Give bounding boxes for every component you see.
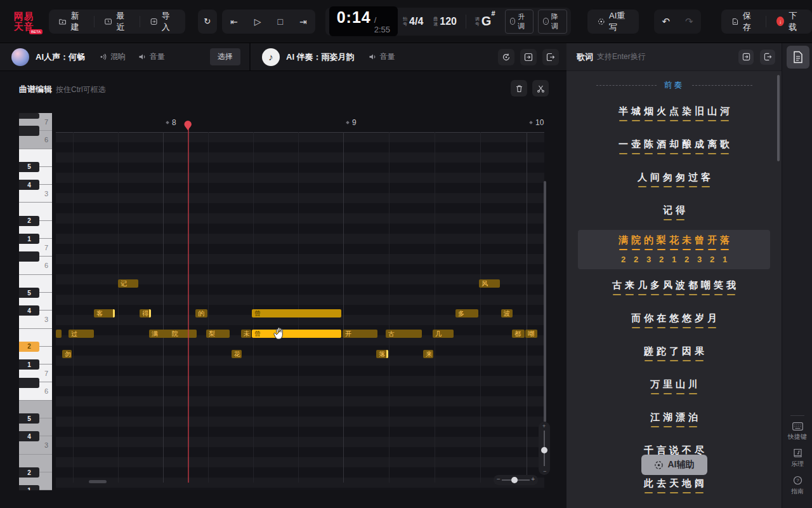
- sidebar-item-music-theory[interactable]: 乐理: [791, 448, 804, 469]
- lyric-line[interactable]: 一壶陈酒却酿成离歌: [566, 130, 782, 163]
- lyric-line[interactable]: 而你在悠悠岁月: [566, 304, 782, 337]
- lyric-line[interactable]: 江湖漂泊: [566, 403, 782, 436]
- note-block[interactable]: 几: [433, 330, 454, 338]
- export-track-button[interactable]: [542, 49, 559, 65]
- piano-keyboard[interactable]: 763763763542154215421: [19, 113, 52, 490]
- note-block[interactable]: 过: [69, 330, 94, 338]
- black-key[interactable]: 5: [19, 288, 39, 298]
- lyric-line[interactable]: 人间匆匆过客: [566, 163, 782, 196]
- download-button[interactable]: ↓ 下载: [766, 10, 812, 34]
- go-end-button[interactable]: ⇥: [291, 10, 315, 34]
- note-block[interactable]: 都: [512, 330, 525, 338]
- note-block[interactable]: 勿: [62, 350, 72, 358]
- cut-note-button[interactable]: [532, 80, 549, 97]
- lyric-line[interactable]: 万里山川: [566, 370, 782, 403]
- lyric-line[interactable]: 蹉跎了因果: [566, 337, 782, 370]
- note-block[interactable]: 客: [94, 309, 115, 318]
- black-key[interactable]: 5: [19, 413, 39, 424]
- note-block[interactable]: 嘲: [525, 330, 537, 338]
- note-block[interactable]: 落: [376, 350, 388, 358]
- note-block[interactable]: 记: [118, 279, 138, 288]
- black-key[interactable]: 2: [19, 216, 39, 226]
- editor-vertical-scrollbar[interactable]: [544, 181, 546, 422]
- lyrics-tab-button[interactable]: [787, 46, 809, 69]
- ai-rewrite-button[interactable]: AI重写: [587, 10, 639, 34]
- lyric-line[interactable]: 浮生若梦: [566, 502, 782, 508]
- black-key[interactable]: 4: [19, 180, 39, 190]
- note-block[interactable]: 开: [343, 330, 377, 338]
- black-key[interactable]: 4: [19, 431, 39, 441]
- ai-assist-button[interactable]: AI辅助: [641, 455, 707, 475]
- stop-button[interactable]: □: [270, 10, 291, 34]
- vocal-select-button[interactable]: 选择: [210, 48, 240, 65]
- vocal-volume-control[interactable]: 音量: [138, 51, 165, 62]
- note-block[interactable]: 满院: [149, 330, 197, 338]
- lyric-line-active[interactable]: 满院的梨花未曾开落223212321: [578, 230, 770, 269]
- note-block[interactable]: 多: [455, 309, 478, 318]
- black-key-highlighted[interactable]: 2: [19, 342, 39, 352]
- black-key[interactable]: [19, 113, 39, 119]
- import-button[interactable]: 导入: [140, 10, 185, 34]
- black-key[interactable]: 1: [19, 234, 39, 244]
- note-block[interactable]: 来: [423, 350, 433, 358]
- note-block[interactable]: 花: [232, 350, 242, 358]
- note-block[interactable]: 曾: [252, 330, 341, 338]
- editor-horizontal-scrollbar[interactable]: [89, 480, 107, 483]
- undo-button[interactable]: ↶: [654, 10, 678, 34]
- import-track-button[interactable]: [520, 49, 537, 65]
- accomp-avatar[interactable]: ♪: [262, 48, 280, 66]
- note-block[interactable]: 古: [386, 330, 422, 338]
- note-block[interactable]: 梨: [206, 330, 230, 338]
- lyric-line[interactable]: 古来几多风波都嘲笑我: [566, 271, 782, 304]
- vertical-zoom-slider[interactable]: + −: [539, 422, 550, 475]
- note-block[interactable]: 波: [501, 309, 513, 318]
- black-key[interactable]: [19, 378, 39, 388]
- pitch-up-button[interactable]: ↑ 升调: [505, 10, 534, 34]
- time-signature[interactable]: 拍号 4/4: [398, 16, 428, 27]
- sidebar-item-guide[interactable]: ? 指南: [791, 476, 804, 496]
- accomp-volume-control[interactable]: 音量: [369, 51, 395, 62]
- note-block[interactable]: 未: [241, 330, 251, 338]
- sidebar-item-shortcuts[interactable]: 快捷键: [788, 422, 807, 441]
- note-block[interactable]: 得: [140, 309, 151, 318]
- loop-button[interactable]: ↻: [204, 10, 211, 34]
- note-block[interactable]: [56, 330, 62, 338]
- black-key[interactable]: 5: [19, 162, 39, 172]
- v-zoom-in-icon[interactable]: +: [542, 423, 546, 429]
- lyrics-list[interactable]: 前奏半城烟火点染旧山河一壶陈酒却酿成离歌人间匆匆过客记得满院的梨花未曾开落223…: [566, 71, 782, 508]
- v-zoom-thumb[interactable]: [541, 447, 547, 453]
- note-end-handle[interactable]: [386, 350, 388, 358]
- vocal-avatar[interactable]: [11, 48, 29, 66]
- delete-note-button[interactable]: [511, 80, 527, 97]
- zoom-out-icon[interactable]: −: [497, 476, 501, 483]
- black-key[interactable]: [19, 126, 39, 136]
- note-block[interactable]: 的: [195, 309, 207, 318]
- regenerate-button[interactable]: [498, 49, 514, 65]
- note-block[interactable]: 风: [479, 279, 500, 288]
- black-key[interactable]: 1: [19, 359, 39, 370]
- redo-button[interactable]: ↷: [678, 10, 701, 34]
- h-zoom-thumb[interactable]: [511, 477, 518, 483]
- black-key[interactable]: 2: [19, 467, 39, 478]
- note-end-handle[interactable]: [149, 309, 151, 318]
- lyrics-scrollbar[interactable]: [777, 75, 780, 161]
- new-button[interactable]: 新建: [49, 10, 94, 34]
- go-start-button[interactable]: ⇤: [222, 10, 246, 34]
- v-zoom-out-icon[interactable]: −: [543, 468, 546, 474]
- note-end-handle[interactable]: [113, 309, 115, 318]
- lyrics-import-button[interactable]: [738, 50, 754, 65]
- pitch-down-button[interactable]: ↓ 降调: [538, 10, 567, 34]
- black-key[interactable]: 1: [19, 485, 39, 490]
- save-button[interactable]: 保存: [721, 10, 766, 34]
- lyric-line[interactable]: 半城烟火点染旧山河: [566, 97, 782, 130]
- playhead-pin[interactable]: [184, 121, 192, 131]
- recent-button[interactable]: 最近: [95, 10, 140, 34]
- black-key[interactable]: 4: [19, 305, 39, 316]
- horizontal-zoom-slider[interactable]: − +: [494, 475, 538, 485]
- lyrics-export-button[interactable]: [760, 50, 775, 65]
- lyric-line[interactable]: 记得: [566, 196, 782, 229]
- play-button[interactable]: ▷: [246, 10, 270, 34]
- zoom-in-icon[interactable]: +: [531, 476, 535, 483]
- tempo[interactable]: 曲速 120: [428, 16, 462, 27]
- black-key[interactable]: [19, 251, 39, 262]
